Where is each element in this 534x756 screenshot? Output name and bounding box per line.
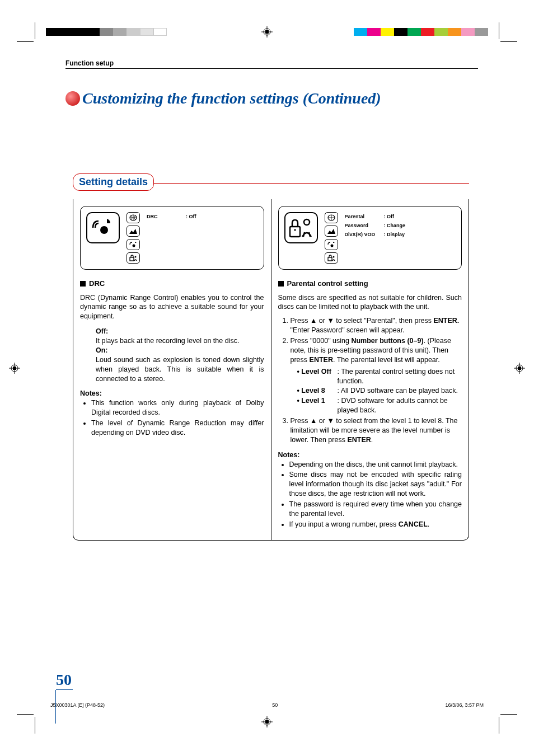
language-mini-icon	[127, 212, 140, 223]
registration-mark-icon	[261, 716, 273, 730]
drc-off-label: Off:	[96, 327, 108, 335]
parental-note: If you input a wrong number, press CANCE…	[289, 520, 462, 529]
footer-right: 16/3/06, 3:57 PM	[445, 702, 484, 708]
left-column: DRC: Off DRC DRC (Dynamic Range Control)…	[73, 199, 271, 540]
svg-rect-28	[328, 257, 332, 261]
parental-note: Depending on the discs, the unit cannot …	[289, 460, 462, 469]
drc-setting-value: : Off	[186, 212, 196, 221]
footer: J5X00301A [E] (P48-52) 50 16/3/06, 3:57 …	[50, 702, 484, 708]
level-1-label: • Level 1	[297, 397, 325, 405]
svg-rect-3	[265, 30, 269, 34]
divx-setting-value: : Display	[384, 230, 405, 239]
color-bar-left	[46, 28, 167, 36]
page-title: Customizing the function settings (Conti…	[82, 90, 381, 107]
language-mini-icon	[325, 212, 338, 223]
svg-point-23	[304, 219, 310, 225]
audio-mini-icon	[127, 239, 140, 250]
picture-mini-icon	[127, 226, 140, 237]
divx-setting-label: DivX(R) VOD	[345, 230, 384, 239]
svg-point-27	[330, 245, 333, 247]
right-column: Parental: Off Password: Change DivX(R) V…	[271, 199, 469, 540]
drc-note: This function works only during playback…	[91, 398, 264, 417]
drc-note: The level of Dynamic Range Reduction may…	[91, 419, 264, 438]
parental-ui-mock: Parental: Off Password: Change DivX(R) V…	[278, 206, 462, 270]
drc-on-label: On:	[96, 346, 108, 354]
footer-left: J5X00301A [E] (P48-52)	[50, 702, 105, 708]
parental-heading: Parental control setting	[278, 279, 462, 289]
notes-heading: Notes:	[80, 389, 264, 398]
audio-mini-icon	[325, 239, 338, 250]
svg-point-18	[133, 245, 135, 247]
page-number: 50	[56, 671, 72, 689]
content-columns: DRC: Off DRC DRC (Dynamic Range Control)…	[73, 199, 469, 541]
registration-mark-icon	[514, 363, 525, 376]
drc-setting-label: DRC	[147, 212, 186, 221]
up-arrow-icon: ▲	[310, 417, 317, 425]
down-arrow-icon: ▼	[327, 317, 334, 325]
parental-note: The password is required every time when…	[289, 500, 462, 519]
footer-center: 50	[272, 702, 278, 708]
svg-rect-15	[265, 720, 269, 724]
parental-intro: Some discs are specified as not suitable…	[278, 293, 462, 312]
password-setting-value: : Change	[384, 221, 406, 230]
svg-rect-19	[130, 257, 134, 261]
svg-point-20	[135, 256, 137, 258]
audio-icon	[86, 212, 120, 243]
up-arrow-icon: ▲	[310, 317, 317, 325]
drc-off-desc: It plays back at the recording level on …	[96, 336, 264, 346]
level-1-desc: : DVD software for adults cannot be play…	[338, 396, 462, 415]
picture-mini-icon	[325, 226, 338, 237]
step-2: Press "0000" using Number buttons (0–9).…	[291, 336, 462, 415]
section-header: Function setup	[65, 59, 478, 69]
parental-mini-icon	[325, 252, 338, 264]
svg-point-16	[100, 226, 108, 234]
setting-details-heading: Setting details	[73, 173, 154, 191]
step-1: Press ▲ or ▼ to select "Parental", then …	[291, 316, 462, 335]
parental-mini-icon	[127, 252, 140, 264]
svg-rect-11	[518, 367, 521, 370]
svg-line-24	[303, 232, 305, 237]
drc-heading: DRC	[80, 279, 264, 289]
svg-rect-7	[13, 367, 16, 370]
registration-mark-icon	[9, 363, 20, 376]
password-setting-label: Password	[345, 221, 384, 230]
down-arrow-icon: ▼	[327, 417, 334, 425]
parental-setting-value: : Off	[384, 212, 395, 221]
parental-icon	[284, 212, 318, 243]
parental-setting-label: Parental	[345, 212, 384, 221]
level-8-label: • Level 8	[297, 387, 325, 395]
color-bar-right	[354, 28, 488, 36]
notes-heading: Notes:	[278, 450, 462, 460]
parental-note: Some discs may not be encoded with speci…	[289, 470, 462, 499]
step-3: Press ▲ or ▼ to select from the level 1 …	[291, 416, 462, 445]
drc-on-desc: Loud sound such as explosion is toned do…	[96, 355, 264, 384]
level-off-desc: : The parental control setting does not …	[338, 367, 462, 386]
svg-line-25	[309, 232, 310, 237]
bullet-icon	[65, 91, 80, 106]
svg-point-29	[332, 256, 334, 258]
svg-rect-21	[290, 227, 300, 237]
level-8-desc: : All DVD software can be played back.	[338, 386, 462, 396]
drc-intro: DRC (Dynamic Range Control) enables you …	[80, 293, 264, 322]
registration-mark-icon	[261, 26, 273, 40]
drc-ui-mock: DRC: Off	[80, 206, 264, 270]
level-off-label: • Level Off	[297, 368, 331, 375]
